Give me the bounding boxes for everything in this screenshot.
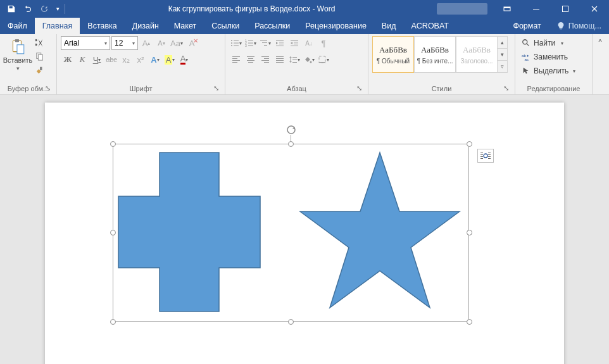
font-launcher[interactable]: ⤡ [212, 84, 220, 92]
line-spacing-button[interactable]: ▾ [287, 53, 301, 66]
styles-up-button[interactable]: ▴ [498, 37, 507, 49]
tab-acrobat[interactable]: ACROBAT [403, 18, 456, 34]
highlight-button[interactable]: A▾ [163, 53, 177, 66]
style-no-spacing[interactable]: АаБбВв ¶ Без инте... [414, 36, 456, 73]
tab-insert[interactable]: Вставка [80, 18, 124, 34]
chevron-down-icon: ▾ [104, 41, 107, 46]
close-button[interactable] [580, 0, 609, 18]
svg-rect-40 [248, 62, 253, 63]
group-editing-label: Редактирование [527, 85, 581, 92]
style-normal[interactable]: АаБбВв ¶ Обычный [372, 36, 414, 73]
redo-button[interactable] [37, 1, 52, 16]
clipboard-launcher[interactable]: ⤡ [44, 84, 51, 92]
align-right-button[interactable] [258, 53, 272, 66]
underline-button[interactable]: Ч▾ [90, 53, 104, 66]
lightbulb-icon [556, 22, 565, 30]
undo-button[interactable] [20, 1, 35, 16]
svg-rect-49 [291, 57, 291, 62]
subscript-button[interactable]: x₂ [119, 53, 133, 66]
shading-button[interactable]: ▾ [302, 53, 316, 66]
tab-home[interactable]: Главная [35, 18, 80, 34]
svg-rect-44 [264, 62, 269, 63]
layout-options-button[interactable] [477, 149, 494, 163]
grow-font-button[interactable]: A▴ [139, 36, 153, 50]
font-name-combo[interactable]: Arial▾ [61, 36, 110, 50]
tab-file[interactable]: Файл [0, 18, 35, 34]
paragraph-launcher[interactable]: ⤡ [355, 84, 363, 92]
copy-icon [35, 52, 44, 61]
resize-handle-e[interactable] [467, 230, 472, 235]
resize-handle-w[interactable] [110, 230, 116, 235]
minimize-button[interactable] [522, 0, 551, 18]
svg-rect-34 [232, 58, 237, 59]
align-center-button[interactable] [244, 53, 258, 66]
decrease-indent-button[interactable] [273, 36, 287, 50]
shape-star[interactable] [297, 149, 463, 315]
resize-handle-ne[interactable] [467, 141, 472, 147]
styles-launcher[interactable]: ⤡ [502, 84, 510, 92]
align-left-button[interactable] [229, 53, 243, 66]
format-painter-button[interactable] [33, 64, 47, 77]
qat-customize-button[interactable]: ▾ [53, 1, 62, 16]
align-justify-icon [275, 55, 284, 64]
svg-rect-29 [291, 40, 298, 41]
shrink-font-button[interactable]: A▾ [154, 36, 168, 50]
resize-handle-se[interactable] [467, 319, 472, 325]
quick-access-toolbar: ▾ [0, 1, 66, 16]
superscript-button[interactable]: x² [134, 53, 148, 66]
copy-button[interactable] [33, 50, 47, 63]
account-placeholder[interactable] [437, 3, 487, 15]
strike-button[interactable]: abc [104, 53, 118, 66]
align-justify-button[interactable] [273, 53, 287, 66]
styles-down-button[interactable]: ▾ [498, 49, 507, 61]
italic-button[interactable]: К [75, 53, 89, 66]
bullets-button[interactable]: ▾ [229, 36, 243, 50]
select-button[interactable]: Выделить▾ [519, 64, 578, 78]
tell-me-search[interactable]: Помощ... [549, 18, 609, 34]
shape-cross[interactable] [118, 152, 261, 312]
svg-rect-31 [294, 44, 298, 44]
svg-rect-32 [291, 46, 298, 46]
tab-format[interactable]: Формат [505, 18, 548, 34]
change-case-button[interactable]: Aa▾ [170, 36, 184, 50]
save-button[interactable] [4, 1, 19, 16]
clear-format-button[interactable]: A✕ [185, 36, 199, 50]
tab-layout[interactable]: Макет [166, 18, 204, 34]
maximize-button[interactable] [551, 0, 580, 18]
resize-handle-n[interactable] [288, 141, 294, 147]
ribbon-display-button[interactable] [493, 0, 522, 18]
bold-button[interactable]: Ж [61, 53, 75, 66]
styles-more-button[interactable]: ▿ [498, 61, 507, 72]
group-editing: Найти▾ abac Заменить Выделить▾ Редактиро… [515, 34, 593, 94]
tab-mailings[interactable]: Рассылки [247, 18, 298, 34]
font-size-combo[interactable]: 12▾ [111, 36, 138, 50]
resize-handle-nw[interactable] [110, 141, 116, 147]
numbering-button[interactable]: 123▾ [244, 36, 258, 50]
cut-button[interactable] [33, 36, 47, 49]
document-area[interactable] [0, 95, 609, 364]
text-effects-button[interactable]: A▾ [148, 53, 162, 66]
tab-view[interactable]: Вид [374, 18, 404, 34]
show-marks-button[interactable]: ¶ [317, 36, 330, 50]
resize-handle-s[interactable] [288, 319, 294, 325]
paste-button[interactable]: Вставить ▾ [4, 36, 32, 79]
layout-options-icon [480, 151, 491, 160]
find-button[interactable]: Найти▾ [519, 36, 566, 50]
resize-handle-sw[interactable] [110, 319, 116, 325]
tab-design[interactable]: Дизайн [125, 18, 166, 34]
replace-button[interactable]: abac Заменить [519, 50, 570, 64]
sort-button[interactable]: A↓ [302, 36, 316, 50]
increase-indent-button[interactable] [287, 36, 301, 50]
group-font-label: Шрифт [129, 85, 152, 92]
multilevel-button[interactable]: ▾ [258, 36, 272, 50]
borders-button[interactable]: ▾ [317, 53, 330, 66]
paste-icon [9, 39, 26, 55]
rotate-handle[interactable] [285, 123, 298, 136]
style-heading1[interactable]: АаБбВв Заголово... [456, 36, 498, 73]
ribbon-collapse-button[interactable]: ˄ [593, 34, 608, 94]
svg-rect-8 [38, 54, 42, 60]
tab-references[interactable]: Ссылки [204, 18, 247, 34]
group-paragraph: ▾ 123▾ ▾ A↓ ¶ ▾ ▾ ▾ Абзац⤡ [225, 34, 368, 94]
font-color-button[interactable]: A▾ [177, 53, 191, 66]
tab-review[interactable]: Рецензирование [298, 18, 374, 34]
